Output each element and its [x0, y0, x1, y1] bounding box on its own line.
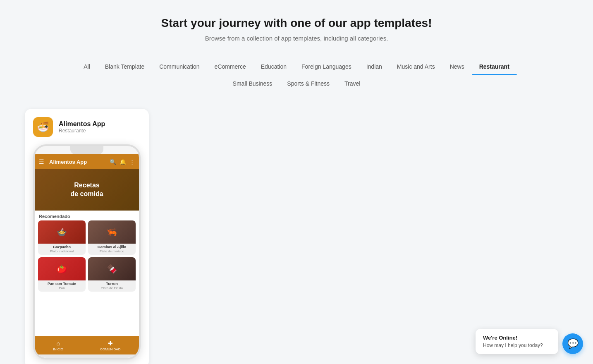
food-item-gazpacho: 🍲 Gazpacho Plato tradicional — [38, 220, 86, 255]
menu-icon: ☰ — [39, 158, 44, 165]
food-image-pan: 🍅 — [38, 257, 86, 280]
app-icon-emoji: 🍜 — [37, 121, 49, 133]
food-item-pan: 🍅 Pan con Tomate Pan — [38, 257, 86, 292]
nav-icon-comunidad: ✚ — [108, 340, 113, 347]
page-subtitle: Browse from a collection of app template… — [8, 35, 585, 42]
food-emoji-gazpacho: 🍲 — [38, 220, 86, 244]
tab-ecommerce[interactable]: eCommerce — [207, 58, 253, 75]
phone-app-title: Alimentos App — [49, 159, 106, 165]
chat-widget: We're Online! How may I help you today? … — [476, 329, 583, 354]
food-image-turron: 🍫 — [88, 257, 136, 280]
food-name-gazpacho: Gazpacho — [38, 244, 86, 249]
tab-all[interactable]: All — [76, 58, 98, 75]
food-name-gambas: Gambas al Ajillo — [88, 244, 136, 249]
nav-inicio[interactable]: ⌂INICIO — [53, 340, 63, 351]
tab-indian[interactable]: Indian — [359, 58, 390, 75]
food-image-gambas: 🦐 — [88, 220, 136, 244]
tab-restaurant[interactable]: Restaurant — [472, 58, 517, 75]
app-icon: 🍜 — [33, 117, 53, 137]
android-menu-icon: ⋮ — [50, 357, 55, 359]
chat-icon: 💬 — [567, 338, 579, 349]
chat-button[interactable]: 💬 — [562, 333, 583, 354]
tab-education[interactable]: Education — [253, 58, 294, 75]
section-title: Recomendado — [35, 211, 139, 220]
nav-icon-inicio: ⌂ — [57, 340, 60, 347]
chat-bubble-title: We're Online! — [483, 335, 551, 341]
food-grid: 🍲 Gazpacho Plato tradicional 🦐 Gambas al… — [35, 220, 139, 292]
food-name-pan: Pan con Tomate — [38, 280, 86, 286]
food-emoji-gambas: 🦐 — [88, 220, 136, 244]
tab-sports[interactable]: Sports & Fitness — [280, 75, 337, 92]
android-back-icon: ‹ — [122, 357, 123, 359]
tab-communication[interactable]: Communication — [152, 58, 207, 75]
phone-screen: ☰ Alimentos App 🔍 🔔 ⋮ Recetasde comida R… — [35, 154, 139, 359]
nav-comunidad[interactable]: ✚COMUNIDAD — [100, 340, 120, 351]
food-item-turron: 🍫 Turron Plato de Fiesta — [88, 257, 136, 292]
nav-label-comunidad: COMUNIDAD — [100, 347, 120, 351]
food-emoji-turron: 🍫 — [88, 257, 136, 280]
food-emoji-pan: 🍅 — [38, 257, 86, 280]
chat-bubble-text: How may I help you today? — [483, 342, 551, 348]
tabs-row2: Small BusinessSports & FitnessTravel — [0, 75, 593, 92]
phone-bottom-nav: ⌂INICIO✚COMUNIDAD — [35, 336, 139, 354]
phone-android-bar: ⋮ ○ ‹ — [35, 354, 139, 359]
tab-music[interactable]: Music and Arts — [390, 58, 442, 75]
food-sub-gazpacho: Plato tradicional — [38, 249, 86, 255]
notification-icon: 🔔 — [120, 159, 126, 165]
food-name-turron: Turron — [88, 280, 136, 286]
food-image-gazpacho: 🍲 — [38, 220, 86, 244]
phone-notch — [70, 146, 103, 154]
tab-travel[interactable]: Travel — [337, 75, 368, 92]
search-icon: 🔍 — [110, 159, 116, 165]
hero-text: Recetasde comida — [70, 181, 103, 199]
tab-blank[interactable]: Blank Template — [98, 58, 152, 75]
food-sub-pan: Pan — [38, 286, 86, 292]
phone-topbar: ☰ Alimentos App 🔍 🔔 ⋮ — [35, 154, 139, 169]
tab-small-business[interactable]: Small Business — [225, 75, 280, 92]
app-card[interactable]: 🍜 Alimentos App Restaurante ☰ Alimentos … — [25, 109, 149, 364]
app-card-header: 🍜 Alimentos App Restaurante — [33, 117, 141, 137]
food-sub-gambas: Plato de marisco — [88, 249, 136, 255]
phone-hero: Recetasde comida — [35, 169, 139, 211]
topbar-icons: 🔍 🔔 ⋮ — [110, 159, 135, 165]
phone-mockup: ☰ Alimentos App 🔍 🔔 ⋮ Recetasde comida R… — [33, 144, 141, 359]
nav-label-inicio: INICIO — [53, 347, 63, 351]
app-subtitle: Restaurante — [59, 128, 105, 134]
main-content: 🍜 Alimentos App Restaurante ☰ Alimentos … — [0, 92, 593, 364]
tab-foreign[interactable]: Foreign Languages — [294, 58, 359, 75]
app-title: Alimentos App — [59, 120, 105, 128]
page-title: Start your journey with one of our app t… — [8, 17, 585, 30]
android-home-icon: ○ — [87, 357, 90, 359]
app-info: Alimentos App Restaurante — [59, 120, 105, 134]
food-item-gambas: 🦐 Gambas al Ajillo Plato de marisco — [88, 220, 136, 255]
food-sub-turron: Plato de Fiesta — [88, 286, 136, 292]
tabs-row1: AllBlank TemplateCommunicationeCommerceE… — [0, 50, 593, 75]
page-header: Start your journey with one of our app t… — [0, 0, 593, 50]
chat-bubble: We're Online! How may I help you today? — [476, 329, 558, 354]
tab-news[interactable]: News — [442, 58, 472, 75]
more-icon: ⋮ — [129, 159, 135, 165]
